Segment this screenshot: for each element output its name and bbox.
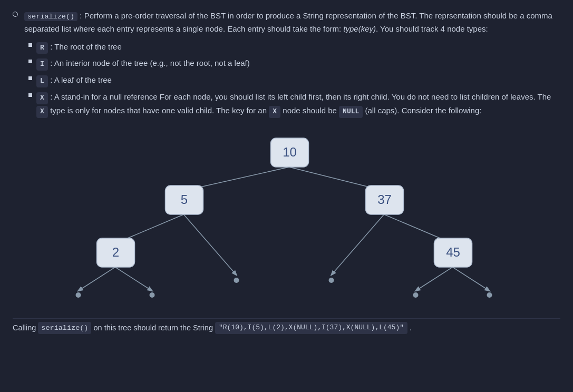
list-item-i: I : An interior node of the tree (e.g., … <box>28 57 560 71</box>
x-content: X : A stand-in for a null reference For … <box>36 91 560 118</box>
svg-text:2: 2 <box>112 245 119 259</box>
footer-method: serialize() <box>38 322 91 335</box>
svg-point-10 <box>234 278 239 283</box>
svg-line-7 <box>115 267 152 291</box>
x-badge-2: X <box>36 106 48 118</box>
method-code: serialize() <box>24 11 77 20</box>
list-item-l: L : A leaf of the tree <box>28 74 560 87</box>
tree-svg: 10 5 37 2 45 <box>24 128 560 307</box>
svg-line-4 <box>332 214 384 275</box>
footer-middle: on this tree should return the String <box>93 322 213 334</box>
x-badge-3: X <box>269 106 280 118</box>
footer-line: Calling serialize() on this tree should … <box>13 318 560 336</box>
svg-line-6 <box>79 267 115 291</box>
svg-text:45: 45 <box>446 245 460 259</box>
svg-rect-23 <box>97 238 135 267</box>
sq-bullet-l <box>28 76 32 80</box>
l-badge: L <box>36 75 48 87</box>
svg-text:37: 37 <box>377 192 392 207</box>
list-item-x: X : A stand-in for a null reference For … <box>28 91 560 118</box>
sq-bullet-i <box>28 60 32 63</box>
main-bullet: serialize() : Perform a pre-order traver… <box>13 9 560 313</box>
r-badge: R <box>36 42 48 54</box>
sq-bullet-r <box>28 43 32 47</box>
node-type-list: R : The root of the tree I : An interior… <box>28 41 560 118</box>
footer-period: . <box>410 322 412 334</box>
result-string: "R(10),I(5),L(2),X(NULL),I(37),X(NULL),L… <box>215 322 407 334</box>
svg-rect-17 <box>271 138 309 167</box>
svg-rect-21 <box>366 185 404 214</box>
description-2: . You should track 4 node types: <box>376 24 488 33</box>
null-badge: NULL <box>339 106 363 118</box>
svg-point-14 <box>413 292 419 298</box>
svg-point-15 <box>487 292 492 298</box>
svg-rect-25 <box>434 238 472 267</box>
svg-rect-19 <box>166 185 203 214</box>
svg-point-13 <box>150 292 155 298</box>
sq-bullet-x <box>28 93 32 97</box>
svg-line-0 <box>184 167 289 191</box>
italic-text: type(key) <box>343 24 376 33</box>
svg-point-11 <box>329 278 334 283</box>
r-content: R : The root of the tree <box>36 41 122 54</box>
svg-point-12 <box>76 292 81 298</box>
list-item-r: R : The root of the tree <box>28 41 560 54</box>
svg-text:5: 5 <box>181 192 188 207</box>
main-content: serialize() : Perform a pre-order traver… <box>24 9 560 313</box>
svg-line-2 <box>115 214 184 243</box>
svg-line-9 <box>453 267 490 291</box>
x-badge: X <box>36 92 48 104</box>
l-content: L : A leaf of the tree <box>36 74 112 87</box>
i-badge: I <box>36 58 48 71</box>
circle-bullet-icon <box>13 12 18 17</box>
i-content: I : An interior node of the tree (e.g., … <box>36 57 250 71</box>
svg-line-8 <box>416 267 453 291</box>
svg-line-3 <box>184 214 237 275</box>
svg-line-5 <box>384 214 453 243</box>
svg-text:10: 10 <box>283 145 297 159</box>
svg-line-1 <box>289 167 384 191</box>
tree-diagram: 10 5 37 2 45 <box>24 128 560 307</box>
calling-text: Calling <box>13 322 36 334</box>
